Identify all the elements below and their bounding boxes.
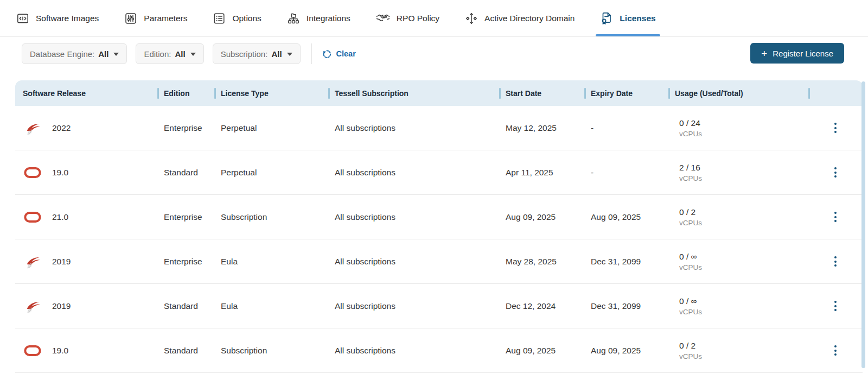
usage-value: 0 / ∞ bbox=[679, 252, 808, 262]
clear-filters-button[interactable]: Clear bbox=[322, 49, 356, 59]
licenses-table: Software Release Edition License Type Te… bbox=[15, 80, 863, 386]
row-actions-kebab-button[interactable] bbox=[831, 164, 840, 181]
subscription-filter[interactable]: Subscription: All bbox=[213, 43, 301, 64]
edition-filter[interactable]: Edition: All bbox=[136, 43, 203, 64]
software-release-cell: 19.0 bbox=[15, 167, 157, 179]
table-header: Software Release Edition License Type Te… bbox=[15, 80, 863, 106]
edition-value: Standard bbox=[157, 168, 214, 178]
usage-unit-label: vCPUs bbox=[679, 352, 808, 360]
filter-label: Subscription: bbox=[221, 49, 268, 59]
filter-value: All bbox=[98, 49, 108, 59]
usage-cell: 0 / ∞ vCPUs bbox=[668, 296, 808, 316]
row-actions-kebab-button[interactable] bbox=[831, 119, 840, 136]
software-release-cell: 2022 bbox=[15, 120, 157, 136]
register-license-label: Register License bbox=[773, 49, 833, 58]
tab-options[interactable]: Options bbox=[213, 0, 261, 36]
partial-next-row bbox=[15, 373, 863, 386]
actions-cell bbox=[808, 119, 863, 136]
table-row: 2019 Standard Eula All subscriptions Dec… bbox=[15, 284, 863, 328]
table-row: 2022 Enterprise Perpetual All subscripti… bbox=[15, 106, 863, 150]
start-date-value: Apr 11, 2025 bbox=[499, 168, 584, 178]
tab-active-directory-domain[interactable]: Active Directory Domain bbox=[465, 0, 575, 36]
software-release-value: 19.0 bbox=[52, 346, 68, 356]
tab-label: Licenses bbox=[620, 14, 655, 23]
chevron-down-icon bbox=[113, 53, 119, 56]
usage-unit-label: vCPUs bbox=[679, 219, 808, 227]
start-date-value: May 28, 2025 bbox=[499, 257, 584, 267]
column-header-edition: Edition bbox=[157, 80, 214, 106]
column-header-software-release: Software Release bbox=[15, 80, 157, 106]
integrations-icon bbox=[287, 12, 300, 25]
row-actions-kebab-button[interactable] bbox=[831, 342, 840, 359]
license-type-value: Subscription bbox=[214, 346, 328, 356]
tessell-subscription-value: All subscriptions bbox=[328, 212, 499, 222]
software-release-cell: 21.0 bbox=[15, 211, 157, 223]
usage-value: 0 / ∞ bbox=[679, 296, 808, 306]
usage-cell: 0 / 24 vCPUs bbox=[668, 118, 808, 138]
expiry-date-value: - bbox=[584, 123, 668, 133]
start-date-value: Dec 12, 2024 bbox=[499, 301, 584, 311]
column-header-actions bbox=[808, 80, 863, 106]
tab-software-images[interactable]: Software Images bbox=[16, 0, 99, 36]
filter-value: All bbox=[175, 49, 185, 59]
active-directory-icon bbox=[465, 12, 478, 25]
license-certificate-icon bbox=[600, 11, 613, 26]
row-actions-kebab-button[interactable] bbox=[831, 208, 840, 225]
start-date-value: May 12, 2025 bbox=[499, 123, 584, 133]
software-release-value: 19.0 bbox=[52, 168, 68, 178]
oracle-icon bbox=[24, 345, 41, 357]
software-release-cell: 19.0 bbox=[15, 345, 157, 357]
actions-cell bbox=[808, 342, 863, 359]
usage-value: 0 / 2 bbox=[679, 207, 808, 217]
plus-icon: + bbox=[761, 48, 767, 59]
table-scrollbar[interactable] bbox=[861, 81, 865, 368]
row-actions-kebab-button[interactable] bbox=[831, 298, 840, 314]
edition-value: Standard bbox=[157, 301, 214, 311]
software-images-icon bbox=[16, 12, 29, 25]
oracle-icon bbox=[24, 211, 41, 223]
reset-icon bbox=[322, 49, 332, 59]
options-icon bbox=[213, 12, 226, 25]
usage-unit-label: vCPUs bbox=[679, 308, 808, 316]
usage-unit-label: vCPUs bbox=[679, 263, 808, 271]
column-header-tessell-subscription: Tessell Subscription bbox=[328, 80, 499, 106]
tab-licenses[interactable]: Licenses bbox=[600, 0, 655, 36]
tab-label: Options bbox=[232, 14, 261, 23]
start-date-value: Aug 09, 2025 bbox=[499, 346, 584, 356]
actions-cell bbox=[808, 253, 863, 270]
column-header-usage: Usage (Used/Total) bbox=[668, 80, 808, 106]
license-type-value: Perpetual bbox=[214, 168, 328, 178]
license-type-value: Eula bbox=[214, 301, 328, 311]
usage-value: 0 / 24 bbox=[679, 118, 808, 128]
usage-value: 2 / 16 bbox=[679, 163, 808, 173]
software-release-value: 2019 bbox=[52, 257, 71, 267]
column-header-start-date: Start Date bbox=[499, 80, 584, 106]
register-license-button[interactable]: + Register License bbox=[750, 43, 844, 64]
tab-label: Active Directory Domain bbox=[484, 14, 575, 23]
usage-cell: 0 / ∞ vCPUs bbox=[668, 252, 808, 271]
tab-integrations[interactable]: Integrations bbox=[287, 0, 350, 36]
handshake-icon bbox=[376, 12, 390, 25]
usage-cell: 0 / 2 vCPUs bbox=[668, 207, 808, 227]
table-row: 19.0 Standard Subscription All subscript… bbox=[15, 328, 863, 373]
edition-value: Enterprise bbox=[157, 257, 214, 267]
expiry-date-value: Aug 09, 2025 bbox=[584, 212, 668, 222]
license-type-value: Perpetual bbox=[214, 123, 328, 133]
tessell-subscription-value: All subscriptions bbox=[328, 346, 499, 356]
tab-label: Integrations bbox=[307, 14, 350, 23]
license-type-value: Eula bbox=[214, 257, 328, 267]
usage-unit-label: vCPUs bbox=[679, 174, 808, 182]
actions-cell bbox=[808, 164, 863, 181]
database-engine-filter[interactable]: Database Engine: All bbox=[22, 43, 127, 64]
parameters-icon bbox=[124, 12, 137, 25]
chevron-down-icon bbox=[287, 53, 292, 56]
settings-tabbar: Software Images Parameters Options Integ… bbox=[0, 0, 868, 37]
tab-parameters[interactable]: Parameters bbox=[124, 0, 187, 36]
software-release-cell: 2019 bbox=[15, 298, 157, 314]
row-actions-kebab-button[interactable] bbox=[831, 253, 840, 270]
tab-label: Parameters bbox=[144, 14, 187, 23]
tab-rpo-policy[interactable]: RPO Policy bbox=[376, 0, 439, 36]
software-release-value: 21.0 bbox=[52, 212, 68, 222]
filter-divider bbox=[311, 43, 312, 64]
sqlserver-icon bbox=[24, 254, 41, 270]
